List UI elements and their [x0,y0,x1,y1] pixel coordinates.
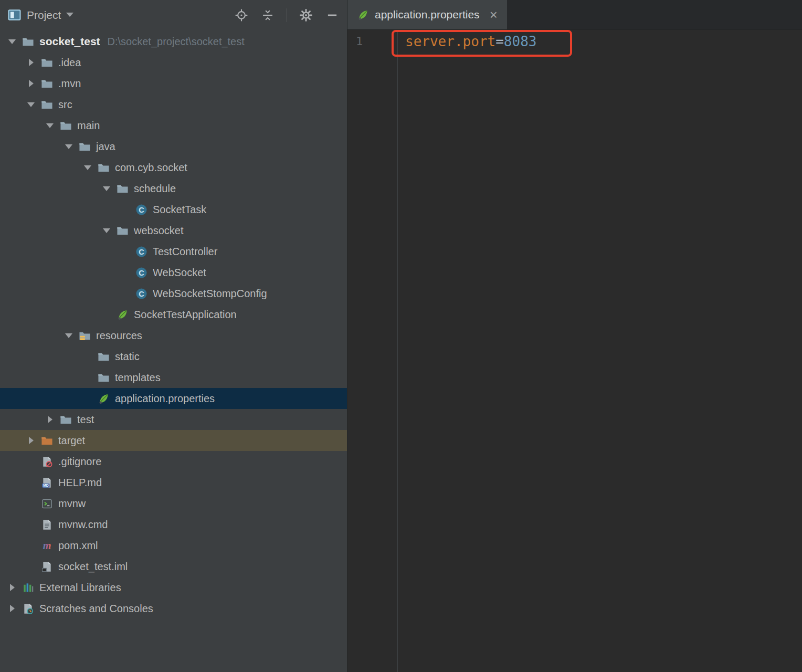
tree-item-label: src [58,99,72,111]
tree-item-label: java [96,141,115,153]
tree-item-label: Scratches and Consoles [39,603,153,615]
editor[interactable]: 1 server.port=8083 [347,30,802,672]
settings-icon[interactable] [299,8,313,23]
tree-item-label: pom.xml [58,540,98,552]
code-token: = [495,34,504,49]
maven-icon: m [41,540,53,552]
tree-item-test[interactable]: test [0,409,347,430]
folder-icon [117,183,129,195]
chevron-down-icon[interactable] [63,141,75,152]
tree-item-testcontroller[interactable]: CTestController [0,241,347,262]
folder-icon [79,141,91,153]
chevron-spacer [120,288,131,299]
tree-item-resources[interactable]: resources [0,325,347,346]
tree-item-label: resources [96,330,142,342]
tree-item-templates[interactable]: templates [0,367,347,388]
tree-item-static[interactable]: static [0,346,347,367]
svg-text:C: C [139,289,144,298]
tree-item-sockettask[interactable]: CSocketTask [0,199,347,220]
libraries-icon [22,582,34,594]
folder-icon [98,372,110,384]
tree-item-websocket[interactable]: websocket [0,220,347,241]
svg-text:C: C [139,205,144,214]
tree-item-label: schedule [134,183,176,195]
tree-item-mvnw[interactable]: mvnw [0,493,347,514]
tree-item-application-properties[interactable]: application.properties [0,388,347,409]
svg-text:C: C [139,247,144,256]
tree-item-java[interactable]: java [0,136,347,157]
tree-item-src[interactable]: src [0,94,347,115]
close-icon[interactable]: × [490,8,498,22]
tree-item-socket-test-iml[interactable]: socket_test.iml [0,556,347,577]
project-view-selector[interactable]: Project [7,8,73,22]
chevron-down-icon[interactable] [82,162,93,173]
hide-icon[interactable] [325,8,340,23]
tree-item-mvn[interactable]: .mvn [0,73,347,94]
tree-item-label: test [77,414,94,426]
chevron-right-icon[interactable] [6,582,18,593]
chevron-down-icon[interactable] [63,330,75,341]
tree-item-label: WebSocketStompConfig [153,288,267,300]
code-area[interactable]: server.port=8083 [398,30,802,672]
svg-text:MD: MD [43,483,49,487]
chevron-right-icon[interactable] [6,603,18,614]
code-line[interactable]: server.port=8083 [398,30,802,53]
tree-item-label: application.properties [115,393,215,405]
chevron-right-icon[interactable] [44,414,56,425]
chevron-down-icon[interactable] [44,120,56,131]
tree-item-target[interactable]: target [0,430,347,451]
tree-item-label: .mvn [58,78,81,90]
tree-item-mvnw-cmd[interactable]: mvnw.cmd [0,514,347,535]
chevron-spacer [25,477,37,488]
panel-title: Project [27,9,61,22]
code-token: 8083 [504,34,537,49]
chevron-right-icon[interactable] [25,57,37,68]
tree-item-main[interactable]: main [0,115,347,136]
tree-item-label: templates [115,372,161,384]
tab-application-properties[interactable]: application.properties × [347,0,507,29]
folder-icon [60,120,72,132]
chevron-spacer [120,267,131,278]
spring-leaf-icon [357,9,369,21]
tree-item-schedule[interactable]: schedule [0,178,347,199]
tree-item-label: static [115,351,140,363]
tree-item-label: websocket [134,225,184,237]
chevron-spacer [25,456,37,467]
tree-item-help-md[interactable]: MDHELP.md [0,472,347,493]
tree-item-websocket[interactable]: CWebSocket [0,262,347,283]
tree-item-label: socket_test [39,35,100,48]
tree-item-label: mvnw.cmd [58,519,108,531]
tree-item-gitignore[interactable]: .gitignore [0,451,347,472]
chevron-spacer [25,540,37,551]
tree-item-sockettestapplication[interactable]: SocketTestApplication [0,304,347,325]
tree-item-label: TestController [153,246,217,258]
tree-item-idea[interactable]: .idea [0,52,347,73]
tree-item-com-cyb-socket[interactable]: com.cyb.socket [0,157,347,178]
chevron-right-icon[interactable] [25,78,37,89]
chevron-down-icon[interactable] [101,183,112,194]
tree-item-pom-xml[interactable]: mpom.xml [0,535,347,556]
folder-icon [98,351,110,363]
tree-item-label: target [58,435,85,447]
folder-icon [117,225,129,237]
collapse-all-icon[interactable] [260,8,275,23]
chevron-down-icon[interactable] [6,36,18,47]
gitignore-icon [41,456,53,468]
chevron-right-icon[interactable] [25,435,37,446]
chevron-spacer [25,498,37,509]
tree-item-label: External Libraries [39,582,121,594]
folder-resources-icon [79,330,91,342]
chevron-spacer [25,519,37,530]
tree-item-scratches-and-consoles[interactable]: Scratches and Consoles [0,598,347,619]
tree-item-websocketstompconfig[interactable]: CWebSocketStompConfig [0,283,347,304]
tree-item-socket-test[interactable]: socket_testD:\socket_project\socket_test [0,31,347,52]
chevron-spacer [25,561,37,572]
tree-item-external-libraries[interactable]: External Libraries [0,577,347,598]
tree-item-label: .idea [58,57,81,69]
chevron-down-icon[interactable] [25,99,37,110]
locate-icon[interactable] [234,8,249,23]
chevron-down-icon[interactable] [101,225,112,236]
project-tool-window: Project [0,0,347,672]
line-number: 1 [347,30,397,53]
chevron-down-icon [66,13,73,18]
